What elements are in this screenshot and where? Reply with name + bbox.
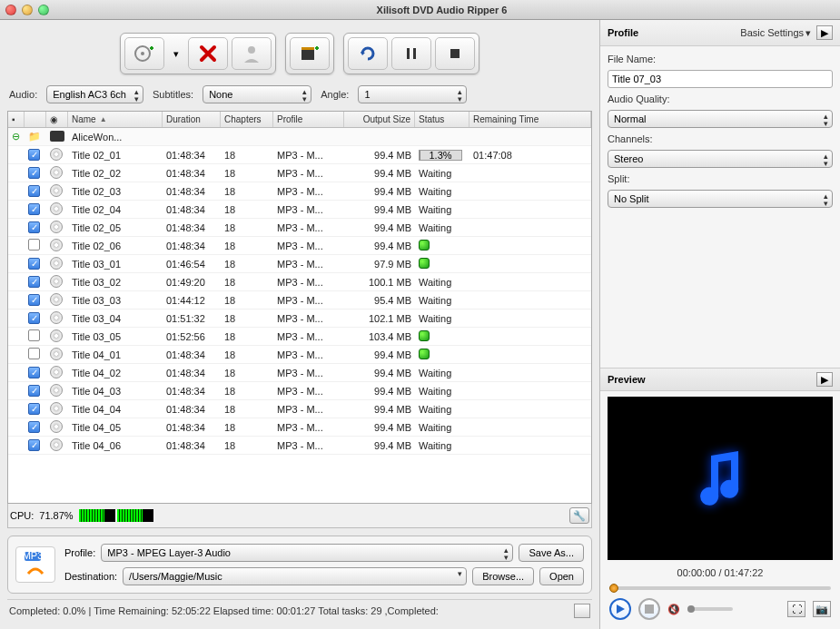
close-window-button[interactable] bbox=[5, 5, 16, 15]
row-checkbox[interactable] bbox=[28, 185, 40, 197]
status-text: Waiting bbox=[419, 368, 451, 378]
col-name[interactable]: Name bbox=[68, 112, 163, 127]
angle-select[interactable]: 1▴▾ bbox=[358, 85, 467, 103]
row-checkbox[interactable] bbox=[28, 258, 40, 270]
col-disc-icon[interactable]: ◉ bbox=[46, 112, 68, 127]
profile-select[interactable]: MP3 - MPEG Layer-3 Audio▴▾ bbox=[101, 544, 513, 562]
row-duration: 01:48:34 bbox=[163, 204, 221, 215]
row-chapters: 18 bbox=[221, 168, 273, 179]
col-check[interactable] bbox=[25, 112, 46, 127]
expand-icon[interactable]: ⊖ bbox=[8, 131, 25, 143]
table-row[interactable]: Title 04_01 01:48:34 18 MP3 - M... 99.4 … bbox=[8, 346, 591, 364]
convert-button[interactable] bbox=[348, 37, 388, 70]
quality-select[interactable]: Normal▴▾ bbox=[608, 110, 833, 128]
status-text: Waiting bbox=[419, 186, 451, 197]
row-output: 99.4 MB bbox=[344, 349, 415, 360]
table-row[interactable]: Title 04_05 01:48:34 18 MP3 - M... 99.4 … bbox=[8, 418, 591, 437]
row-checkbox[interactable] bbox=[28, 167, 40, 179]
row-duration: 01:44:12 bbox=[163, 295, 221, 306]
person-button[interactable] bbox=[232, 37, 272, 70]
row-chapters: 18 bbox=[221, 186, 273, 197]
row-name: Title 02_03 bbox=[68, 186, 163, 197]
table-row[interactable]: Title 02_01 01:48:34 18 MP3 - M... 99.4 … bbox=[8, 146, 591, 164]
folder-row[interactable]: ⊖ 📁 AliceWon... bbox=[8, 128, 591, 146]
col-duration[interactable]: Duration bbox=[163, 112, 221, 127]
volume-slider[interactable] bbox=[687, 607, 733, 611]
row-checkbox[interactable] bbox=[28, 403, 40, 415]
row-duration: 01:48:34 bbox=[163, 222, 221, 233]
filename-input[interactable] bbox=[608, 70, 833, 88]
row-profile: MP3 - M... bbox=[273, 331, 344, 342]
snapshot-icon[interactable]: 📷 bbox=[813, 601, 831, 617]
task-list-icon[interactable] bbox=[574, 604, 590, 618]
add-disc-button[interactable] bbox=[124, 37, 164, 70]
save-as-button[interactable]: Save As... bbox=[519, 544, 584, 562]
basic-settings-dropdown[interactable]: Basic Settings ▾ bbox=[740, 27, 811, 39]
row-checkbox[interactable] bbox=[28, 421, 40, 433]
toolbar-dropdown-icon[interactable]: ▾ bbox=[168, 37, 184, 70]
table-row[interactable]: Title 02_04 01:48:34 18 MP3 - M... 99.4 … bbox=[8, 201, 591, 219]
preview-play-button[interactable] bbox=[609, 598, 631, 620]
row-checkbox[interactable] bbox=[28, 203, 40, 215]
col-chapters[interactable]: Chapters bbox=[221, 112, 273, 127]
table-row[interactable]: Title 04_04 01:48:34 18 MP3 - M... 99.4 … bbox=[8, 400, 591, 418]
row-checkbox[interactable] bbox=[28, 239, 40, 251]
status-text: Completed: 0.0% | Time Remaining: 52:05:… bbox=[9, 605, 439, 616]
subtitles-select[interactable]: None▴▾ bbox=[203, 85, 311, 103]
pause-button[interactable] bbox=[391, 37, 431, 70]
col-expand[interactable]: ▪ bbox=[8, 112, 25, 127]
table-row[interactable]: Title 04_03 01:48:34 18 MP3 - M... 99.4 … bbox=[8, 382, 591, 400]
minimize-window-button[interactable] bbox=[22, 5, 33, 15]
browse-button[interactable]: Browse... bbox=[472, 567, 534, 585]
preview-stop-button[interactable] bbox=[638, 598, 660, 620]
table-row[interactable]: Title 02_05 01:48:34 18 MP3 - M... 99.4 … bbox=[8, 219, 591, 237]
disc-icon bbox=[50, 384, 63, 397]
folder-icon: 📁 bbox=[25, 131, 46, 143]
preview-expand-icon[interactable]: ▶ bbox=[816, 372, 833, 387]
settings-icon[interactable]: 🔧 bbox=[569, 507, 589, 524]
open-button[interactable]: Open bbox=[539, 567, 584, 585]
row-name: Title 02_05 bbox=[68, 222, 163, 233]
dvd-icon bbox=[50, 131, 64, 142]
status-text: Waiting bbox=[419, 422, 451, 433]
col-remaining[interactable]: Remaining Time bbox=[469, 112, 591, 127]
table-row[interactable]: Title 04_06 01:48:34 18 MP3 - M... 99.4 … bbox=[8, 437, 591, 455]
row-profile: MP3 - M... bbox=[273, 422, 344, 433]
table-row[interactable]: Title 03_03 01:44:12 18 MP3 - M... 95.4 … bbox=[8, 291, 591, 310]
fullscreen-icon[interactable]: ⛶ bbox=[787, 601, 805, 617]
table-row[interactable]: Title 02_06 01:48:34 18 MP3 - M... 99.4 … bbox=[8, 237, 591, 255]
row-checkbox[interactable] bbox=[28, 294, 40, 306]
table-row[interactable]: Title 02_03 01:48:34 18 MP3 - M... 99.4 … bbox=[8, 182, 591, 201]
row-checkbox[interactable] bbox=[28, 312, 40, 324]
row-checkbox[interactable] bbox=[28, 439, 40, 451]
row-checkbox[interactable] bbox=[28, 385, 40, 397]
preview-screen bbox=[608, 397, 833, 560]
table-row[interactable]: Title 04_02 01:48:34 18 MP3 - M... 99.4 … bbox=[8, 364, 591, 382]
table-row[interactable]: Title 03_01 01:46:54 18 MP3 - M... 97.9 … bbox=[8, 255, 591, 273]
volume-icon[interactable]: 🔇 bbox=[667, 604, 680, 615]
audio-select[interactable]: English AC3 6ch▴▾ bbox=[46, 85, 143, 103]
delete-button[interactable] bbox=[188, 37, 228, 70]
stop-button[interactable] bbox=[435, 37, 475, 70]
table-row[interactable]: Title 03_04 01:51:32 18 MP3 - M... 102.1… bbox=[8, 310, 591, 328]
row-checkbox[interactable] bbox=[28, 149, 40, 161]
row-checkbox[interactable] bbox=[28, 329, 40, 341]
row-checkbox[interactable] bbox=[28, 221, 40, 233]
preview-seek-slider[interactable] bbox=[609, 584, 831, 593]
destination-select[interactable]: /Users/Maggie/Music▾ bbox=[123, 567, 467, 585]
table-row[interactable]: Title 02_02 01:48:34 18 MP3 - M... 99.4 … bbox=[8, 164, 591, 182]
split-select[interactable]: No Split▴▾ bbox=[608, 190, 833, 208]
row-checkbox[interactable] bbox=[28, 276, 40, 288]
col-output[interactable]: Output Size bbox=[344, 112, 415, 127]
channels-select[interactable]: Stereo▴▾ bbox=[608, 150, 833, 168]
table-row[interactable]: Title 03_02 01:49:20 18 MP3 - M... 100.1… bbox=[8, 273, 591, 291]
row-checkbox[interactable] bbox=[28, 348, 40, 359]
row-checkbox[interactable] bbox=[28, 367, 40, 378]
zoom-window-button[interactable] bbox=[38, 5, 49, 15]
col-status[interactable]: Status bbox=[415, 112, 469, 127]
add-clip-button[interactable] bbox=[290, 37, 330, 70]
table-row[interactable]: Title 03_05 01:52:56 18 MP3 - M... 103.4… bbox=[8, 328, 591, 346]
profile-expand-icon[interactable]: ▶ bbox=[816, 25, 833, 40]
row-chapters: 18 bbox=[221, 277, 273, 288]
col-profile[interactable]: Profile bbox=[273, 112, 344, 127]
